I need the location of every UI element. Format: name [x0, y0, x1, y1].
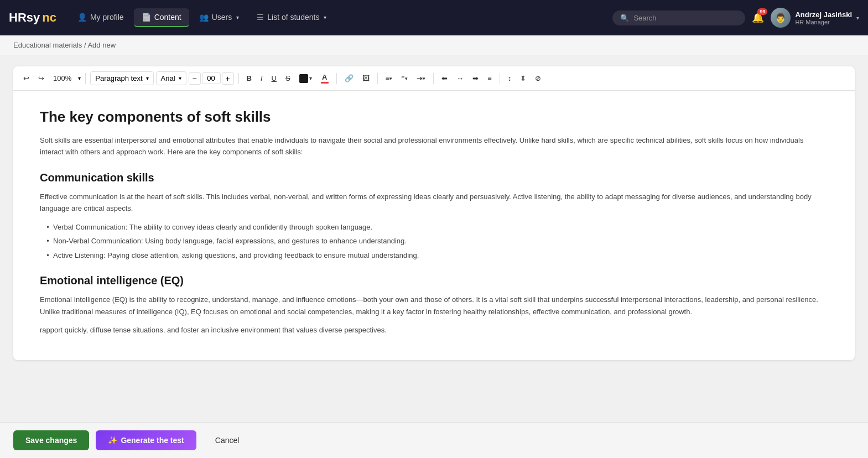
zoom-chevron-icon: ▾: [78, 75, 81, 81]
search-input[interactable]: [633, 14, 737, 22]
users-chevron-icon: ▾: [236, 14, 239, 20]
editor-section-2-extra: rapport quickly, diffuse tense situation…: [40, 324, 828, 336]
logo-text-accent: nc: [42, 11, 56, 25]
align-left-button[interactable]: ⬅: [438, 72, 451, 85]
editor-toolbar: ↩ ↪ 100% ▾ Paragraph text ▾ Arial ▾ − 00: [13, 66, 855, 91]
editor-title: The key components of soft skills: [40, 108, 828, 126]
user-info[interactable]: 👨 Andrzej Jasiński HR Manager ▾: [771, 8, 859, 28]
font-size-control: − 00 +: [189, 72, 234, 85]
editor-section-1-list: Verbal Communication: The ability to con…: [53, 221, 828, 261]
user-name: Andrzej Jasiński: [795, 11, 852, 19]
toolbar-sep-2: [238, 73, 239, 84]
font-color-a: A: [322, 73, 327, 81]
nav-item-list-of-students[interactable]: ☰ List of students ▾: [249, 8, 334, 27]
search-icon: 🔍: [620, 14, 629, 22]
sparkle-icon: ✨: [108, 436, 117, 445]
unordered-list-button[interactable]: ≡ ▾: [382, 72, 396, 85]
italic-button[interactable]: I: [257, 72, 266, 85]
bg-color-chevron-icon: ▾: [309, 75, 312, 81]
editor-section-1-paragraph: Effective communication is at the heart …: [40, 191, 828, 215]
logo-text-main: HRsy: [9, 11, 40, 25]
font-size-decrease[interactable]: −: [189, 72, 201, 85]
text-bg-color-button[interactable]: ▾: [296, 72, 315, 85]
list-item: Verbal Communication: The ability to con…: [53, 221, 828, 233]
align-right-button[interactable]: ➡: [469, 72, 482, 85]
profile-icon: 👤: [77, 13, 87, 22]
editor-section-1-heading: Communication skills: [40, 171, 828, 184]
editor-section-2-paragraph: Emotional Intelligence (EQ) is the abili…: [40, 294, 828, 318]
font-label: Arial: [161, 74, 175, 82]
undo-button[interactable]: ↩: [20, 72, 33, 85]
breadcrumb: Educational materials / Add new: [0, 35, 868, 55]
nav-items: 👤 My profile 📄 Content 👥 Users ▾ ☰ List …: [70, 8, 608, 27]
editor-container: ↩ ↪ 100% ▾ Paragraph text ▾ Arial ▾ − 00: [13, 66, 855, 360]
zoom-control: 100% ▾: [50, 72, 81, 85]
editor-intro: Soft skills are essential interpersonal …: [40, 134, 828, 158]
avatar: 👨: [771, 8, 791, 28]
font-color-button[interactable]: A: [318, 71, 332, 86]
font-size-value: 00: [202, 72, 221, 84]
editor-section-2-heading: Emotional intelligence (EQ): [40, 274, 828, 287]
toolbar-sep-5: [433, 73, 434, 84]
toolbar-sep-6: [500, 73, 500, 84]
bottom-bar: Save changes ✨ Generate the test Cancel: [0, 422, 868, 458]
nav-item-content[interactable]: 📄 Content: [134, 8, 189, 27]
remove-format-button[interactable]: ⊘: [532, 72, 544, 85]
save-changes-button[interactable]: Save changes: [13, 430, 89, 450]
zoom-display[interactable]: 100%: [50, 72, 75, 85]
paragraph-style-label: Paragraph text: [95, 74, 142, 82]
breadcrumb-educational-materials[interactable]: Educational materials: [13, 41, 82, 49]
ordered-list-button[interactable]: ⁼ ▾: [398, 72, 411, 85]
navbar: HRsync 👤 My profile 📄 Content 👥 Users ▾ …: [0, 0, 868, 35]
font-chevron-icon: ▾: [179, 75, 181, 81]
main-area: ↩ ↪ 100% ▾ Paragraph text ▾ Arial ▾ − 00: [0, 55, 868, 422]
search-bar[interactable]: 🔍: [612, 11, 745, 25]
generate-test-button[interactable]: ✨ Generate the test: [96, 430, 196, 450]
logo[interactable]: HRsync: [9, 11, 56, 25]
redo-button[interactable]: ↪: [35, 72, 48, 85]
nav-item-my-profile-label: My profile: [90, 13, 124, 22]
font-select[interactable]: Arial ▾: [156, 71, 186, 85]
users-icon: 👥: [199, 13, 209, 22]
nav-item-content-label: Content: [154, 13, 181, 22]
bold-button[interactable]: B: [243, 72, 255, 85]
students-chevron-icon: ▾: [324, 14, 326, 20]
breadcrumb-add-new: Add new: [87, 41, 116, 49]
user-details: Andrzej Jasiński HR Manager: [795, 11, 852, 25]
cancel-button[interactable]: Cancel: [203, 430, 252, 450]
list-item: Active Listening: Paying close attention…: [53, 249, 828, 261]
nav-item-my-profile[interactable]: 👤 My profile: [70, 8, 132, 27]
editor-content[interactable]: The key components of soft skills Soft s…: [13, 91, 855, 360]
generate-test-label: Generate the test: [121, 436, 184, 445]
paragraph-spacing-button[interactable]: ⇕: [517, 72, 529, 85]
notifications-badge: 99: [757, 8, 767, 15]
align-justify-button[interactable]: ≡: [484, 72, 495, 85]
toolbar-sep-4: [377, 73, 378, 84]
bg-color-swatch: [299, 74, 308, 83]
user-chevron-icon: ▾: [856, 15, 859, 21]
nav-right: 🔍 🔔 99 👨 Andrzej Jasiński HR Manager ▾: [612, 8, 859, 28]
image-button[interactable]: 🖼: [359, 72, 373, 85]
toolbar-sep-1: [85, 73, 86, 84]
nav-item-users[interactable]: 👥 Users ▾: [191, 8, 247, 27]
link-button[interactable]: 🔗: [341, 72, 357, 85]
list-icon: ☰: [257, 13, 264, 22]
user-role: HR Manager: [795, 19, 852, 25]
notifications-button[interactable]: 🔔 99: [752, 12, 764, 24]
font-color-underline: [321, 82, 329, 84]
underline-button[interactable]: U: [268, 72, 280, 85]
paragraph-style-select[interactable]: Paragraph text ▾: [90, 71, 153, 85]
list-item: Non-Verbal Communication: Using body lan…: [53, 235, 828, 247]
strikethrough-button[interactable]: S: [282, 72, 294, 85]
nav-item-users-label: Users: [212, 13, 232, 22]
paragraph-chevron-icon: ▾: [146, 75, 149, 81]
indent-button[interactable]: ⇥ ▾: [413, 72, 429, 85]
font-size-increase[interactable]: +: [222, 72, 234, 85]
align-center-button[interactable]: ↔: [453, 72, 467, 85]
toolbar-sep-3: [336, 73, 337, 84]
nav-item-list-label: List of students: [267, 13, 319, 22]
line-spacing-button[interactable]: ↕: [505, 72, 515, 85]
content-icon: 📄: [142, 13, 151, 22]
